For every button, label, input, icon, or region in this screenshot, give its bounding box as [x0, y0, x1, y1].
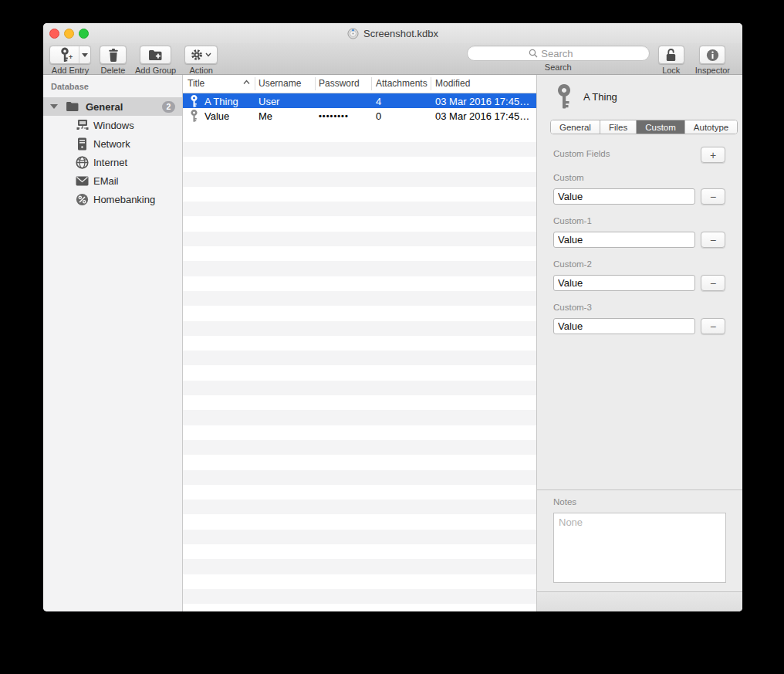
entry-row[interactable]: Value Me •••••••• 0 03 Mar 2016 17:45… [183, 108, 536, 123]
plus-icon: + [710, 149, 716, 161]
column-header-modified[interactable]: Modified [435, 78, 470, 89]
folder-icon [65, 100, 79, 114]
sidebar-item-email[interactable]: EMail [43, 171, 182, 190]
add-entry-button[interactable]: + [49, 46, 91, 64]
sidebar-item-label: Windows [93, 120, 134, 131]
sidebar-item-homebanking[interactable]: Homebanking [43, 190, 182, 208]
custom-field-input[interactable] [553, 188, 695, 205]
minus-icon: − [710, 320, 716, 333]
app-window: Screenshot.kdbx + Add Entry [43, 23, 742, 611]
tab-autotype[interactable]: Autotype [685, 120, 737, 134]
sidebar-item-general[interactable]: General 2 [43, 97, 182, 116]
column-header-attachments[interactable]: Attachments [376, 78, 427, 89]
custom-field-label: Custom-1 [553, 216, 592, 225]
tab-custom[interactable]: Custom [637, 120, 685, 134]
search-input[interactable] [541, 48, 587, 59]
action-label: Action [189, 66, 213, 75]
custom-field-label: Custom-2 [553, 259, 592, 269]
sidebar: Database General 2 [43, 75, 183, 611]
entry-attachments: 0 [376, 110, 381, 121]
entry-key-icon [555, 83, 573, 110]
column-header-username[interactable]: Username [259, 78, 301, 89]
lock-label: Lock [662, 66, 680, 75]
custom-field-input[interactable] [553, 318, 695, 334]
entry-count-badge: 2 [162, 101, 175, 113]
sort-ascending-icon [243, 80, 250, 85]
search-label: Search [545, 63, 572, 72]
entry-title: Value [204, 110, 229, 121]
add-group-button[interactable] [140, 46, 171, 64]
toolbar: + Add Entry Delete [43, 43, 742, 75]
inspector-button[interactable] [699, 46, 725, 64]
toolbar-item-search: Search [467, 46, 650, 72]
toolbar-item-action: Action [184, 46, 218, 75]
envelope-icon [75, 174, 90, 188]
disclosure-triangle-icon[interactable] [50, 104, 58, 109]
sidebar-item-label: Internet [93, 157, 127, 168]
sidebar-section-header: Database [51, 82, 89, 91]
globe-icon [75, 155, 90, 170]
entry-modified: 03 Mar 2016 17:45… [435, 110, 534, 121]
entry-table-header: Title Username Password Attachments Modi… [183, 75, 536, 93]
inspector-panel: A Thing General Files Custom Autotype Cu… [536, 75, 742, 611]
entry-row[interactable]: A Thing User 4 03 Mar 2016 17:45… [183, 93, 536, 108]
custom-field-input[interactable] [553, 232, 695, 248]
add-group-label: Add Group [135, 66, 176, 75]
notes-textarea[interactable] [553, 513, 726, 583]
sidebar-item-label: Homebanking [93, 194, 155, 205]
action-button[interactable] [184, 46, 218, 64]
key-icon [190, 109, 198, 122]
document-icon [347, 28, 359, 39]
tab-general[interactable]: General [551, 120, 600, 134]
entry-username: Me [259, 110, 272, 121]
add-entry-dropdown[interactable] [79, 46, 90, 63]
delete-button[interactable] [100, 46, 127, 64]
unlocked-padlock-icon [665, 48, 677, 62]
column-header-password[interactable]: Password [319, 78, 360, 89]
remove-custom-field-button[interactable]: − [701, 318, 725, 334]
toolbar-item-inspector: Inspector [695, 46, 730, 75]
add-custom-field-button[interactable]: + [701, 147, 725, 163]
lock-button[interactable] [658, 46, 684, 64]
server-icon [75, 137, 90, 151]
minus-icon: − [710, 191, 716, 203]
search-field[interactable] [467, 46, 650, 61]
toolbar-item-lock: Lock [658, 46, 684, 75]
sidebar-item-network[interactable]: Network [43, 134, 182, 153]
sidebar-item-internet[interactable]: Internet [43, 153, 182, 171]
entry-username: User [259, 95, 279, 107]
percent-icon [75, 192, 90, 207]
toolbar-item-delete: Delete [100, 46, 127, 75]
notes-separator [537, 489, 742, 490]
info-icon [706, 49, 719, 62]
gear-icon [191, 49, 203, 61]
trash-icon [108, 49, 119, 62]
remove-custom-field-button[interactable]: − [701, 232, 725, 248]
custom-fields-heading: Custom Fields [553, 149, 610, 158]
toolbar-item-add-group: Add Group [135, 46, 176, 75]
add-entry-label: Add Entry [52, 66, 89, 75]
delete-label: Delete [101, 66, 126, 75]
dropdown-triangle-icon [82, 53, 88, 57]
group-tree: General 2 Windows [43, 97, 182, 208]
column-header-title[interactable]: Title [188, 78, 204, 89]
inspector-bottom-bar [537, 591, 742, 611]
tab-files[interactable]: Files [600, 120, 637, 134]
sidebar-item-label: EMail [93, 175, 119, 187]
chevron-down-icon [205, 52, 211, 57]
sidebar-item-windows[interactable]: Windows [43, 116, 182, 134]
entry-title: A Thing [204, 95, 238, 107]
custom-field-input[interactable] [553, 275, 695, 291]
entry-attachments: 4 [376, 95, 381, 107]
folder-plus-icon [148, 49, 163, 61]
title-bar: Screenshot.kdbx [43, 23, 742, 43]
toolbar-item-add-entry: + Add Entry [49, 46, 91, 75]
remove-custom-field-button[interactable]: − [701, 275, 725, 291]
sidebar-item-label: Network [93, 138, 130, 150]
minus-icon: − [710, 277, 716, 290]
minus-icon: − [710, 234, 716, 246]
workgroup-icon [75, 118, 90, 133]
remove-custom-field-button[interactable]: − [701, 188, 725, 205]
key-plus-icon: + [50, 46, 79, 63]
key-icon [190, 94, 198, 107]
